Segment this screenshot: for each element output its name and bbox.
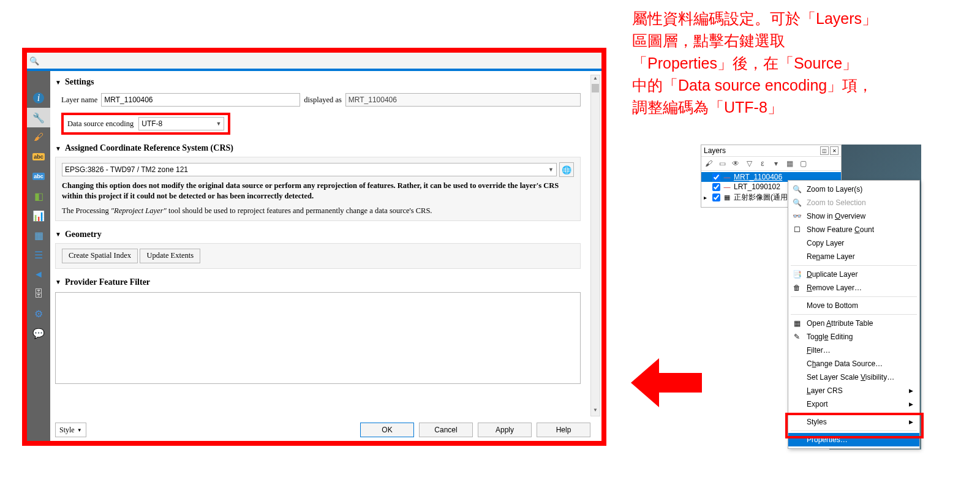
properties-category-tabs: 🔍 i 🔧 🖌 abc abc ◧ 📊 ▦ ☰ ◄ 🗄 ⚙ 💬 <box>27 71 50 441</box>
collapse-icon: ▼ <box>55 231 61 238</box>
encoding-highlight-box: Data source encoding UTF-8 ▼ <box>61 113 230 135</box>
expand-icon[interactable]: ▾ <box>771 159 781 168</box>
encoding-label: Data source encoding <box>67 119 134 129</box>
menu-layer-crs[interactable]: Layer CRS▶ <box>788 384 919 397</box>
expression-icon[interactable]: ε <box>758 159 767 168</box>
tab-symbology[interactable]: 🖌 <box>27 127 50 147</box>
join-icon: ◄ <box>34 269 43 280</box>
tab-auxiliary-storage[interactable]: 🗄 <box>27 284 50 304</box>
menu-change-data-source[interactable]: Change Data Source… <box>788 357 919 370</box>
tab-actions[interactable]: ⚙ <box>27 304 50 323</box>
menu-show-feature-count[interactable]: ☐Show Feature Count <box>788 223 919 236</box>
panel-close-icon[interactable]: ✕ <box>830 146 839 155</box>
cancel-button[interactable]: Cancel <box>419 423 473 437</box>
menu-zoom-to-layers[interactable]: 🔍Zoom to Layer(s) <box>788 182 919 196</box>
menu-open-attribute-table[interactable]: ▦Open Attribute Table <box>788 317 919 330</box>
dialog-button-bar: Style ▼ OK Cancel Apply Help <box>55 423 590 437</box>
section-geometry-header[interactable]: ▼ Geometry <box>55 227 593 242</box>
layer-symbol-icon: — <box>723 173 731 181</box>
table-icon: ▦ <box>34 230 43 241</box>
submenu-arrow-icon: ▶ <box>909 419 913 425</box>
style-menu-button[interactable]: Style ▼ <box>55 423 86 437</box>
menu-move-to-bottom[interactable]: Move to Bottom <box>788 299 919 312</box>
menu-styles[interactable]: Styles▶ <box>788 415 919 429</box>
tab-information[interactable]: i <box>27 88 50 108</box>
menu-set-scale-visibility[interactable]: Set Layer Scale Visibility… <box>788 370 919 384</box>
add-group-icon[interactable]: ▭ <box>717 159 727 168</box>
menu-zoom-to-selection: 🔍Zoom to Selection <box>788 196 919 209</box>
layers-panel-title[interactable]: Layers ◫ ✕ <box>701 145 841 156</box>
layer-properties-dialog: Layer Properties — MRT_1100406 — Source … <box>27 53 601 441</box>
annotation-arrow-icon <box>631 358 702 407</box>
zoom-layer-icon: 🔍 <box>792 185 802 194</box>
submenu-arrow-icon: ▶ <box>909 388 913 394</box>
style-icon[interactable]: 🖌 <box>704 159 714 168</box>
menu-separator <box>791 296 917 297</box>
chevron-down-icon: ▼ <box>77 427 82 433</box>
displayed-as-label: displayed as <box>304 96 341 105</box>
layer-visibility-checkbox[interactable] <box>712 183 720 191</box>
remove-layer-icon: 🗑 <box>792 284 802 292</box>
menu-rename-layer[interactable]: Rename Layer <box>788 250 919 263</box>
menu-export[interactable]: Export▶ <box>788 397 919 411</box>
menu-toggle-editing[interactable]: ✎Toggle Editing <box>788 330 919 344</box>
layer-visibility-checkbox[interactable] <box>712 194 720 201</box>
menu-separator <box>791 430 917 431</box>
storage-icon: 🗄 <box>34 288 43 299</box>
layer-name-label: Layer name <box>61 96 97 105</box>
tab-labels[interactable]: abc <box>27 147 50 167</box>
layers-area: Layers ◫ ✕ 🖌 ▭ 👁 ▽ ε ▾ ▦ ▢ — MRT_1100406 <box>701 145 964 451</box>
scrollbar-thumb[interactable] <box>592 84 599 92</box>
collapse-icon[interactable]: ▦ <box>785 159 794 168</box>
tab-display[interactable]: 💬 <box>27 323 50 343</box>
layer-symbol-icon: ▦ <box>723 194 731 201</box>
filter-icon[interactable]: ▽ <box>744 159 754 168</box>
checkbox-icon: ☐ <box>792 225 802 234</box>
menu-filter[interactable]: Filter… <box>788 344 919 357</box>
menu-show-in-overview[interactable]: 👓Show in Overview <box>788 209 919 223</box>
provider-filter-textarea[interactable] <box>55 292 581 384</box>
menu-separator <box>791 265 917 266</box>
create-spatial-index-button[interactable]: Create Spatial Index <box>62 249 138 263</box>
section-crs-header[interactable]: ▼ Assigned Coordinate Reference System (… <box>55 141 593 156</box>
layer-symbol-icon: — <box>723 183 731 190</box>
crs-picker-button[interactable]: 🌐 <box>559 162 574 177</box>
annotation-text: 屬性資料編碼設定。可於「Layers」 區圖層，點擊右鍵選取 「Properti… <box>632 7 976 118</box>
search-icon[interactable]: 🔍 <box>29 56 39 66</box>
zoom-selection-icon: 🔍 <box>792 198 802 207</box>
globe-icon: 🌐 <box>562 165 571 175</box>
tab-3d-view[interactable]: ◧ <box>27 186 50 206</box>
chevron-down-icon: ▼ <box>216 121 221 127</box>
expand-arrow-icon[interactable]: ▸ <box>704 194 710 201</box>
menu-copy-layer[interactable]: Copy Layer <box>788 236 919 250</box>
apply-button[interactable]: Apply <box>478 423 532 437</box>
speech-icon: 💬 <box>32 328 45 339</box>
panel-undock-icon[interactable]: ◫ <box>820 146 829 155</box>
encoding-select[interactable]: UTF-8 ▼ <box>138 117 224 130</box>
vertical-scrollbar[interactable]: ▲ ▼ <box>590 75 600 416</box>
remove-icon[interactable]: ▢ <box>798 159 808 168</box>
tab-source[interactable]: 🔧 <box>27 108 50 127</box>
tab-fields[interactable]: ▦ <box>27 225 50 245</box>
category-search-row: 🔍 <box>27 53 601 69</box>
menu-duplicate-layer[interactable]: 📑Duplicate Layer <box>788 268 919 281</box>
overview-icon: 👓 <box>792 212 802 220</box>
scroll-up-icon[interactable]: ▲ <box>591 75 600 84</box>
menu-remove-layer[interactable]: 🗑Remove Layer… <box>788 281 919 295</box>
duplicate-icon: 📑 <box>792 270 802 279</box>
tab-joins[interactable]: ◄ <box>27 265 50 284</box>
menu-properties[interactable]: Properties… <box>788 433 919 446</box>
help-button[interactable]: Help <box>537 423 590 437</box>
tab-masks[interactable]: abc <box>27 167 50 186</box>
scroll-down-icon[interactable]: ▼ <box>591 407 600 416</box>
update-extents-button[interactable]: Update Extents <box>140 249 200 263</box>
section-settings-header[interactable]: ▼ Settings <box>55 75 593 89</box>
crs-select[interactable]: EPSG:3826 - TWD97 / TM2 zone 121 ▼ <box>62 163 557 176</box>
visibility-icon[interactable]: 👁 <box>731 159 741 168</box>
ok-button[interactable]: OK <box>360 423 414 437</box>
layer-name-input[interactable] <box>101 93 300 107</box>
section-filter-header[interactable]: ▼ Provider Feature Filter <box>55 275 593 290</box>
layer-visibility-checkbox[interactable] <box>712 173 720 181</box>
tab-attributes-form[interactable]: ☰ <box>27 245 50 265</box>
tab-diagrams[interactable]: 📊 <box>27 206 50 225</box>
